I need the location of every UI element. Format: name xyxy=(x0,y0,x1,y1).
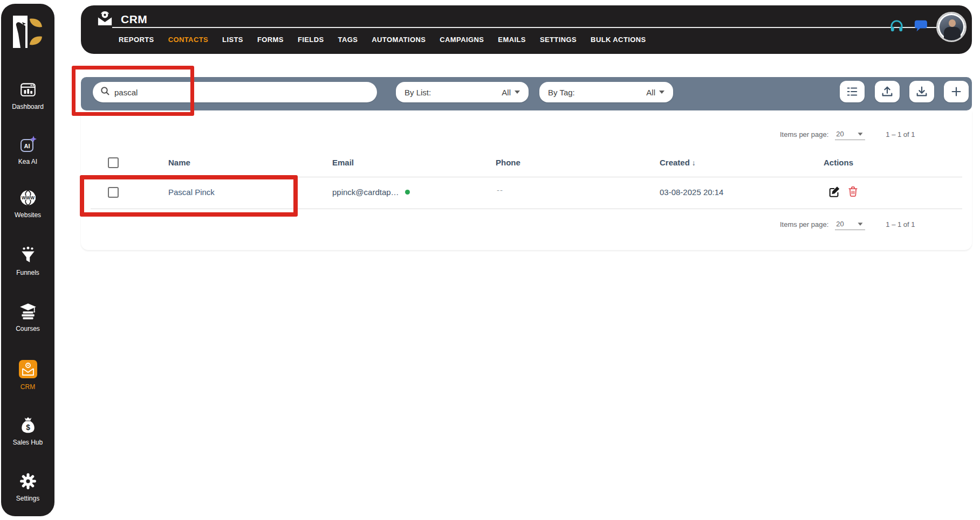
sidebar-item-label: Settings xyxy=(16,495,39,502)
tab-forms[interactable]: FORMS xyxy=(257,36,284,44)
tab-fields[interactable]: FIELDS xyxy=(298,36,324,44)
sidebar: Dashboard AI Kea AI WWW Web xyxy=(1,4,54,516)
add-contact-button[interactable] xyxy=(944,81,969,102)
websites-icon: WWW xyxy=(19,189,37,209)
column-header-created[interactable]: Created↓ xyxy=(660,158,696,167)
sidebar-item-courses[interactable]: Courses xyxy=(1,302,54,332)
sidebar-item-label: Kea AI xyxy=(18,158,37,165)
items-per-page-select[interactable]: 20 xyxy=(835,219,865,230)
sidebar-item-funnels[interactable]: Funnels xyxy=(1,246,54,276)
items-per-page-label: Items per page: xyxy=(780,220,828,228)
sidebar-item-sales-hub[interactable]: $ Sales Hub xyxy=(1,416,54,446)
headphones-icon[interactable] xyxy=(889,19,904,36)
filter-toolbar: By List: All By Tag: All xyxy=(81,77,972,110)
funnels-icon xyxy=(19,246,37,266)
sidebar-item-label: Websites xyxy=(15,211,41,219)
sidebar-item-settings[interactable]: Settings xyxy=(1,472,54,502)
chat-icon[interactable] xyxy=(913,19,927,34)
sidebar-item-dashboard[interactable]: Dashboard xyxy=(1,80,54,110)
page-title: CRM xyxy=(121,13,147,26)
column-header-phone[interactable]: Phone xyxy=(496,158,520,167)
contact-email-cell: ppinck@cardtap… xyxy=(332,188,410,197)
tab-bulk-actions[interactable]: BULK ACTIONS xyxy=(591,36,646,44)
tab-contacts[interactable]: CONTACTS xyxy=(168,36,208,44)
email-status-dot xyxy=(405,190,410,195)
sidebar-item-label: CRM xyxy=(20,383,35,391)
select-all-checkbox[interactable] xyxy=(108,157,119,168)
sidebar-item-label: Dashboard xyxy=(12,103,44,110)
column-header-actions: Actions xyxy=(824,158,853,167)
by-list-label: By List: xyxy=(405,88,431,97)
items-per-page-value: 20 xyxy=(836,130,844,138)
by-list-value: All xyxy=(502,88,511,97)
sort-desc-icon: ↓ xyxy=(692,158,696,167)
edit-contact-button[interactable] xyxy=(828,185,841,200)
tab-reports[interactable]: REPORTS xyxy=(119,36,154,44)
contact-created: 03-08-2025 20:14 xyxy=(660,188,723,197)
annotation-rect-contact-name xyxy=(80,175,298,217)
header-divider xyxy=(112,27,936,28)
paginator-top: Items per page: 20 1 – 1 of 1 xyxy=(780,129,915,140)
svg-text:WWW: WWW xyxy=(21,195,35,200)
sidebar-item-label: Funnels xyxy=(16,269,39,276)
paginator-bottom: Items per page: 20 1 – 1 of 1 xyxy=(780,219,915,230)
settings-icon xyxy=(19,472,37,492)
crm-app-icon xyxy=(96,9,114,29)
delete-contact-button[interactable] xyxy=(847,186,859,199)
dashboard-icon xyxy=(19,80,37,100)
sales-hub-icon: $ xyxy=(19,416,37,436)
svg-text:AI: AI xyxy=(24,143,30,149)
chevron-down-icon xyxy=(858,223,863,225)
items-per-page-value: 20 xyxy=(836,220,844,228)
by-tag-value: All xyxy=(646,88,655,97)
by-list-filter[interactable]: By List: All xyxy=(396,82,529,102)
tab-tags[interactable]: TAGS xyxy=(338,36,358,44)
tab-emails[interactable]: EMAILS xyxy=(498,36,526,44)
import-button[interactable] xyxy=(875,81,900,102)
page-range: 1 – 1 of 1 xyxy=(886,130,915,138)
tab-automations[interactable]: AUTOMATIONS xyxy=(372,36,426,44)
contact-email: ppinck@cardtap… xyxy=(332,188,399,197)
chevron-down-icon xyxy=(515,91,520,94)
sidebar-item-websites[interactable]: WWW Websites xyxy=(1,189,54,219)
column-header-email[interactable]: Email xyxy=(332,158,354,167)
items-per-page-select[interactable]: 20 xyxy=(835,129,865,140)
user-avatar[interactable] xyxy=(936,12,967,42)
kea-ai-icon: AI xyxy=(19,135,37,155)
list-view-button[interactable] xyxy=(840,81,865,102)
sidebar-item-crm[interactable]: CRM xyxy=(1,359,54,391)
items-per-page-label: Items per page: xyxy=(780,130,828,138)
sidebar-item-label: Courses xyxy=(16,325,40,332)
column-header-name[interactable]: Name xyxy=(168,158,190,167)
contact-phone: -- xyxy=(497,185,503,195)
annotation-rect-search xyxy=(72,66,194,116)
by-tag-filter[interactable]: By Tag: All xyxy=(539,82,673,102)
page-range: 1 – 1 of 1 xyxy=(886,220,915,228)
by-tag-label: By Tag: xyxy=(548,88,575,97)
app-window: Dashboard AI Kea AI WWW Web xyxy=(0,0,980,520)
tab-lists[interactable]: LISTS xyxy=(222,36,243,44)
chevron-down-icon xyxy=(858,133,863,135)
tab-campaigns[interactable]: CAMPAIGNS xyxy=(440,36,484,44)
sidebar-item-kea-ai[interactable]: AI Kea AI xyxy=(1,135,54,165)
crm-nav-tabs: REPORTS CONTACTS LISTS FORMS FIELDS TAGS… xyxy=(119,36,646,44)
chevron-down-icon xyxy=(659,91,664,94)
app-header: CRM REPORTS CONTACTS LISTS FORMS FIELDS … xyxy=(81,5,972,54)
tab-settings[interactable]: SETTINGS xyxy=(540,36,577,44)
sidebar-item-label: Sales Hub xyxy=(13,439,43,446)
crm-icon xyxy=(18,359,38,380)
svg-text:$: $ xyxy=(26,423,30,432)
courses-icon xyxy=(19,302,37,322)
export-button[interactable] xyxy=(909,81,934,102)
kea-logo xyxy=(11,15,45,49)
